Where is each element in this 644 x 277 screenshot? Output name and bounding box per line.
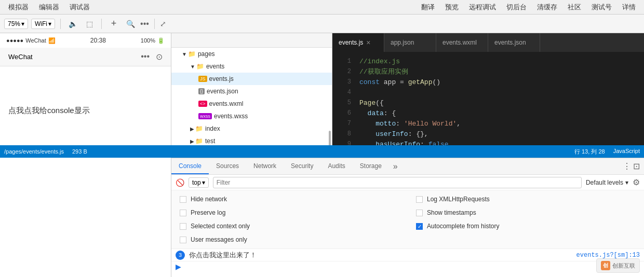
tree-item-events-wxss[interactable]: wxss events.wxss xyxy=(171,110,332,122)
editor-tab-app-json[interactable]: app.json xyxy=(384,33,436,52)
checkbox-selected-context[interactable] xyxy=(180,223,186,230)
battery-percent: 100% xyxy=(141,37,155,44)
console-expand-arrow[interactable]: ▶ xyxy=(171,261,644,272)
tab-audits-label: Audits xyxy=(328,162,345,170)
console-filter-input[interactable] xyxy=(213,177,582,188)
tree-item-events-js[interactable]: JS events.js xyxy=(171,73,332,85)
console-clear-icon[interactable]: 🚫 xyxy=(176,178,184,187)
search-button[interactable]: 🔍 xyxy=(124,17,137,31)
code-line-3: 3 const app = getApp() xyxy=(332,77,644,87)
tree-item-events[interactable]: ▼ 📁 events xyxy=(171,60,332,73)
network-value: WiFi xyxy=(35,20,47,27)
checkbox-user-messages[interactable] xyxy=(180,237,186,243)
folder-icon-pages: 📁 xyxy=(188,50,196,58)
devtools-tab-network[interactable]: Network xyxy=(246,158,284,174)
more-button[interactable]: ••• xyxy=(140,19,149,29)
menu-remote-debug[interactable]: 远程调试 xyxy=(465,2,500,13)
tree-item-events-json[interactable]: {} events.json xyxy=(171,85,332,98)
phone-click-text[interactable]: 点我点我给console显示 xyxy=(8,106,163,116)
console-settings: Hide network Preserve log Selected conte… xyxy=(171,190,644,249)
checkbox-autocomplete[interactable] xyxy=(416,223,423,230)
setting-log-xhr: Log XMLHttpRequests xyxy=(416,192,636,206)
code-content-8: userInfo: {}, xyxy=(359,130,428,138)
checkbox-log-xhr[interactable] xyxy=(416,196,423,203)
tree-item-index[interactable]: ▶ 📁 index xyxy=(171,122,332,135)
expand-button[interactable]: ⤢ xyxy=(160,20,166,28)
console-settings-icon[interactable]: ⚙ xyxy=(633,177,640,187)
phone-content: 点我点我给console显示 xyxy=(0,66,171,277)
checkbox-preserve-log[interactable] xyxy=(180,210,186,216)
tab-label-events-wxml: events.wxml xyxy=(442,39,477,46)
add-button[interactable]: + xyxy=(107,17,120,31)
console-levels-dropdown[interactable]: Default levels ▾ xyxy=(586,179,628,186)
tab-close-events-js[interactable]: × xyxy=(366,38,370,47)
phone-carrier: WeChat xyxy=(25,37,46,44)
code-line-5: 5 Page({ xyxy=(332,98,644,108)
devtools-tab-console[interactable]: Console xyxy=(171,158,209,174)
folder-icon-test: 📁 xyxy=(195,137,203,145)
line-num-3: 3 xyxy=(332,78,351,86)
label-user-messages: User messages only xyxy=(191,236,247,243)
devtools-tabs-more[interactable]: » xyxy=(389,158,402,174)
label-selected-context: Selected context only xyxy=(191,223,250,230)
devtools-tab-storage[interactable]: Storage xyxy=(353,158,389,174)
editor-tab-events-json[interactable]: events.json xyxy=(488,33,540,52)
console-message-1: 3 你点击我这里出来了！ events.js?[sm]:13 xyxy=(171,249,644,261)
label-hide-network: Hide network xyxy=(191,196,227,203)
network-selector[interactable]: WiFi ▾ xyxy=(31,19,55,29)
console-context-value: top xyxy=(192,179,201,186)
line-num-8: 8 xyxy=(332,130,351,137)
menu-simulator[interactable]: 模拟器 xyxy=(4,2,33,13)
editor-tab-events-js[interactable]: events.js × xyxy=(332,33,384,52)
file-tree-header xyxy=(171,33,332,48)
menu-clear-cache[interactable]: 清缓存 xyxy=(533,2,561,13)
battery-icon: 🔋 xyxy=(157,37,165,44)
devtools-menu-icon[interactable]: ⋮ xyxy=(623,161,631,171)
devtools-tabs: Console Sources Network Security Audits … xyxy=(171,158,644,175)
menu-background[interactable]: 切后台 xyxy=(502,2,531,13)
line-num-5: 5 xyxy=(332,99,351,106)
folder-arrow-pages: ▼ xyxy=(182,51,187,57)
console-toolbar: 🚫 top ▾ Default levels ▾ ⚙ xyxy=(171,175,644,190)
tab-storage-label: Storage xyxy=(360,162,382,170)
devtools-tab-security[interactable]: Security xyxy=(284,158,320,174)
console-levels-label: Default levels xyxy=(586,179,623,186)
tree-label-test: test xyxy=(205,137,215,145)
phone-camera-icon[interactable]: ⊙ xyxy=(156,52,163,62)
line-num-6: 6 xyxy=(332,109,351,117)
devtools-tab-sources[interactable]: Sources xyxy=(209,158,246,174)
devtools-tab-audits[interactable]: Audits xyxy=(320,158,352,174)
menu-debugger[interactable]: 调试器 xyxy=(65,2,94,13)
badge-json: {} xyxy=(198,88,205,94)
checkbox-hide-network[interactable] xyxy=(180,196,186,203)
menu-preview[interactable]: 预览 xyxy=(441,2,463,13)
editor-tab-events-wxml[interactable]: events.wxml xyxy=(436,33,488,52)
menu-details[interactable]: 详情 xyxy=(618,2,640,13)
watermark-logo: 创 xyxy=(601,261,610,270)
context-dropdown-arrow: ▾ xyxy=(202,179,205,186)
tab-label-events-js: events.js xyxy=(339,39,363,46)
message-source-1[interactable]: events.js?[sm]:13 xyxy=(576,252,640,259)
menu-community[interactable]: 社区 xyxy=(564,2,585,13)
zoom-selector[interactable]: 75% ▾ xyxy=(4,19,28,29)
label-preserve-log: Preserve log xyxy=(191,209,225,216)
phone-more-icon[interactable]: ••• xyxy=(141,52,150,62)
zoom-value: 75% xyxy=(8,20,20,27)
folder-icon-events: 📁 xyxy=(196,63,204,70)
tree-item-pages[interactable]: ▼ 📁 pages xyxy=(171,48,332,60)
devtools-undock-icon[interactable]: ⊡ xyxy=(633,161,640,171)
tree-item-events-wxml[interactable]: <> events.wxml xyxy=(171,98,332,110)
label-timestamps: Show timestamps xyxy=(427,209,476,216)
rotate-button[interactable]: ⬚ xyxy=(83,17,96,31)
checkbox-timestamps[interactable] xyxy=(416,210,423,216)
menu-editor[interactable]: 编辑器 xyxy=(35,2,63,13)
menu-translate[interactable]: 翻译 xyxy=(417,2,439,13)
menu-test-account[interactable]: 测试号 xyxy=(587,2,616,13)
console-context-select[interactable]: top ▾ xyxy=(189,177,209,188)
line-num-1: 1 xyxy=(332,58,351,65)
sound-button[interactable]: 🔈 xyxy=(66,17,79,31)
main-area: ●●●●● WeChat 📶 20:38 100% 🔋 WeChat ••• ⊙… xyxy=(0,33,644,277)
folder-arrow-events: ▼ xyxy=(190,64,195,70)
code-line-6: 6 data: { xyxy=(332,108,644,118)
tree-label-events-wxml: events.wxml xyxy=(209,100,244,107)
